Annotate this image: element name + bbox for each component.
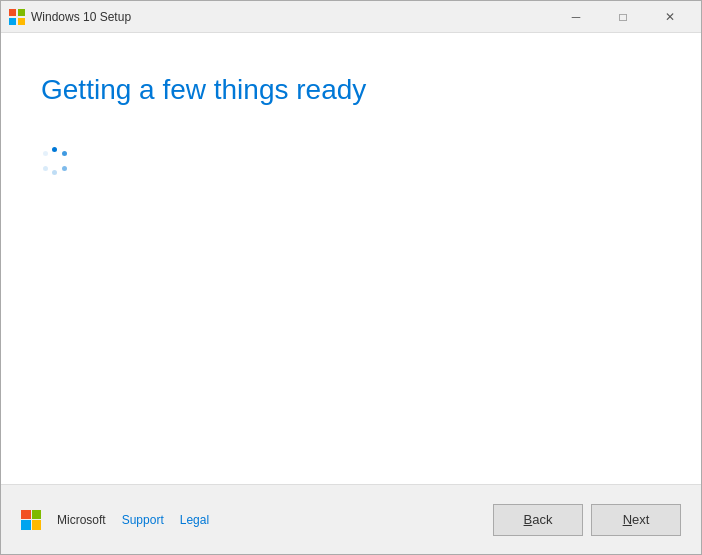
legal-link[interactable]: Legal	[180, 513, 209, 527]
logo-red	[21, 510, 31, 520]
maximize-button[interactable]: □	[600, 2, 646, 32]
loading-spinner	[41, 147, 661, 175]
footer-right: Back Next	[493, 504, 681, 536]
minimize-button[interactable]: ─	[553, 2, 599, 32]
spinner-dot-5	[43, 166, 48, 171]
next-button[interactable]: Next	[591, 504, 681, 536]
main-window: Windows 10 Setup ─ □ ✕ Getting a few thi…	[0, 0, 702, 555]
spinner-dot-3	[62, 166, 67, 171]
logo-blue	[21, 520, 31, 530]
svg-rect-0	[9, 9, 16, 16]
back-button[interactable]: Back	[493, 504, 583, 536]
microsoft-logo	[21, 510, 41, 530]
logo-green	[32, 510, 42, 520]
close-button[interactable]: ✕	[647, 2, 693, 32]
support-link[interactable]: Support	[122, 513, 164, 527]
logo-yellow	[32, 520, 42, 530]
main-content: Getting a few things ready	[1, 33, 701, 484]
svg-rect-3	[18, 18, 25, 25]
page-heading: Getting a few things ready	[41, 73, 661, 107]
spinner-dot-2	[62, 151, 67, 156]
spinner-animation	[41, 147, 69, 175]
footer-left: Microsoft Support Legal	[21, 510, 493, 530]
window-controls: ─ □ ✕	[553, 2, 693, 32]
app-icon	[9, 9, 25, 25]
title-bar: Windows 10 Setup ─ □ ✕	[1, 1, 701, 33]
svg-rect-2	[9, 18, 16, 25]
spinner-dot-6	[43, 151, 48, 156]
spinner-dot-1	[52, 147, 57, 152]
footer: Microsoft Support Legal Back Next	[1, 484, 701, 554]
brand-name: Microsoft	[57, 513, 106, 527]
svg-rect-1	[18, 9, 25, 16]
window-title: Windows 10 Setup	[31, 10, 553, 24]
spinner-dot-4	[52, 170, 57, 175]
